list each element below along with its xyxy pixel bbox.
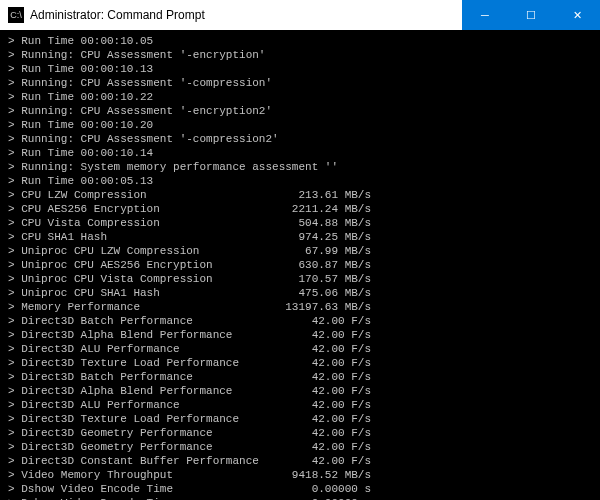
- output-line: > Running: CPU Assessment '-compression2…: [8, 132, 592, 146]
- output-line: > Run Time 00:00:10.14: [8, 146, 592, 160]
- result-line: > Uniproc CPU AES256 Encryption 630.87 M…: [8, 258, 592, 272]
- result-line: > Memory Performance 13197.63 MB/s: [8, 300, 592, 314]
- result-line: > Direct3D Texture Load Performance 42.0…: [8, 412, 592, 426]
- result-line: > Direct3D Constant Buffer Performance 4…: [8, 454, 592, 468]
- result-line: > Direct3D Batch Performance 42.00 F/s: [8, 314, 592, 328]
- window-title: Administrator: Command Prompt: [30, 8, 205, 22]
- result-line: > Uniproc CPU Vista Compression 170.57 M…: [8, 272, 592, 286]
- output-line: > Running: System memory performance ass…: [8, 160, 592, 174]
- output-lines: > Run Time 00:00:10.05> Running: CPU Ass…: [8, 34, 592, 500]
- output-line: > Run Time 00:00:10.22: [8, 90, 592, 104]
- result-line: > Direct3D Alpha Blend Performance 42.00…: [8, 328, 592, 342]
- output-line: > Run Time 00:00:10.20: [8, 118, 592, 132]
- result-line: > Dshow Video Decode Time 0.00000 s: [8, 496, 592, 500]
- result-line: > CPU SHA1 Hash 974.25 MB/s: [8, 230, 592, 244]
- title-left: C:\ Administrator: Command Prompt: [8, 7, 205, 23]
- output-line: > Running: CPU Assessment '-compression': [8, 76, 592, 90]
- result-line: > Direct3D ALU Performance 42.00 F/s: [8, 342, 592, 356]
- close-button[interactable]: ✕: [554, 0, 600, 30]
- result-line: > Direct3D Geometry Performance 42.00 F/…: [8, 440, 592, 454]
- result-line: > Direct3D Batch Performance 42.00 F/s: [8, 370, 592, 384]
- minimize-icon: ─: [481, 9, 489, 21]
- result-line: > Direct3D Alpha Blend Performance 42.00…: [8, 384, 592, 398]
- maximize-icon: ☐: [526, 9, 536, 22]
- window-controls: ─ ☐ ✕: [462, 0, 600, 30]
- result-line: > CPU LZW Compression 213.61 MB/s: [8, 188, 592, 202]
- cmd-icon-label: C:\: [10, 10, 22, 20]
- output-line: > Run Time 00:00:05.13: [8, 174, 592, 188]
- result-line: > Uniproc CPU LZW Compression 67.99 MB/s: [8, 244, 592, 258]
- cmd-icon: C:\: [8, 7, 24, 23]
- result-line: > Dshow Video Encode Time 0.00000 s: [8, 482, 592, 496]
- result-line: > Direct3D Texture Load Performance 42.0…: [8, 356, 592, 370]
- output-line: > Running: CPU Assessment '-encryption2': [8, 104, 592, 118]
- result-line: > Uniproc CPU SHA1 Hash 475.06 MB/s: [8, 286, 592, 300]
- result-line: > Direct3D ALU Performance 42.00 F/s: [8, 398, 592, 412]
- result-line: > Direct3D Geometry Performance 42.00 F/…: [8, 426, 592, 440]
- titlebar[interactable]: C:\ Administrator: Command Prompt ─ ☐ ✕: [0, 0, 600, 30]
- close-icon: ✕: [573, 9, 582, 22]
- terminal-area[interactable]: > Run Time 00:00:10.05> Running: CPU Ass…: [0, 30, 600, 500]
- output-line: > Run Time 00:00:10.13: [8, 62, 592, 76]
- result-line: > Video Memory Throughput 9418.52 MB/s: [8, 468, 592, 482]
- maximize-button[interactable]: ☐: [508, 0, 554, 30]
- result-line: > CPU AES256 Encryption 2211.24 MB/s: [8, 202, 592, 216]
- output-line: > Running: CPU Assessment '-encryption': [8, 48, 592, 62]
- minimize-button[interactable]: ─: [462, 0, 508, 30]
- output-line: > Run Time 00:00:10.05: [8, 34, 592, 48]
- result-line: > CPU Vista Compression 504.88 MB/s: [8, 216, 592, 230]
